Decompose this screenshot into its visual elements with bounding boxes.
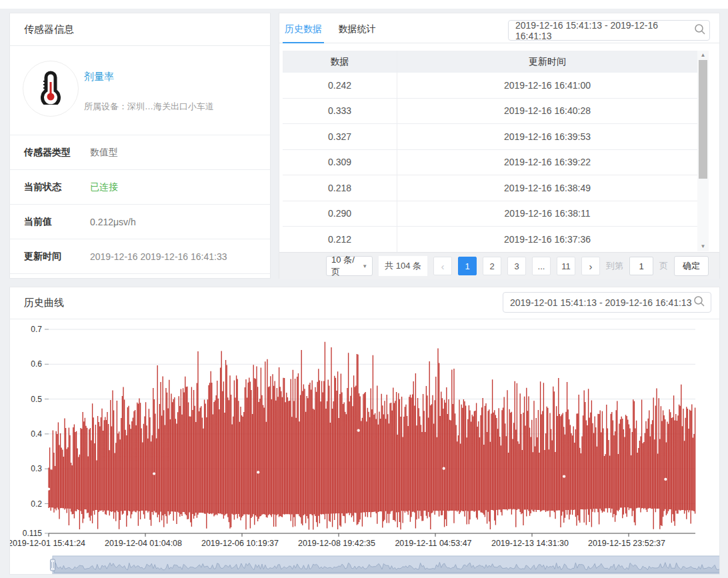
- page-button[interactable]: 3: [507, 257, 526, 275]
- data-point-marker: [257, 471, 259, 473]
- search-icon[interactable]: [693, 295, 706, 310]
- chevron-down-icon: ▼: [362, 263, 367, 269]
- curve-daterange-picker[interactable]: 2019-12-01 15:41:13 - 2019-12-16 16:41:1…: [503, 292, 711, 313]
- y-axis-label: 0.6: [31, 359, 42, 369]
- table-row[interactable]: 0.290 2019-12-16 16:38:11: [283, 201, 697, 227]
- cell-value: 0.290: [283, 201, 397, 227]
- curve-daterange-value: 2019-12-01 15:41:13 - 2019-12-16 16:41:1…: [510, 297, 691, 308]
- x-axis-label: 2019-12-01 15:41:24: [10, 539, 85, 548]
- pagination-bar: 10 条/页 ▼ 共 104 条 ‹ 123...11 › 到第 页 确定: [279, 252, 719, 279]
- sensor-field-row: 传感器类型 数值型: [10, 135, 270, 170]
- table-row[interactable]: 0.333 2019-12-16 16:40:28: [283, 99, 697, 125]
- col-header-data: 数据: [283, 51, 397, 73]
- data-point-marker: [563, 475, 565, 478]
- field-value: 2019-12-16 2019-12-16 16:41:33: [90, 251, 227, 262]
- cell-time: 2019-12-16 16:39:53: [397, 131, 697, 142]
- sensor-field-row: 当前状态 已连接: [10, 170, 270, 205]
- page-number-buttons: 123...11: [458, 257, 575, 275]
- x-axis-label: 2019-12-11 04:53:47: [395, 539, 471, 548]
- x-axis-label: 2019-12-04 01:04:08: [105, 539, 182, 548]
- table-header-row: 数据 更新时间: [283, 51, 697, 73]
- y-axis-label: 0.115: [23, 529, 42, 538]
- total-count: 共 104 条: [379, 256, 427, 276]
- field-label: 更新时间: [10, 251, 90, 263]
- y-axis-label: 0.3: [31, 464, 42, 473]
- cell-time: 2019-12-16 16:38:49: [397, 183, 697, 193]
- page-size-value: 10 条/页: [331, 254, 362, 278]
- table-row[interactable]: 0.242 2019-12-16 16:41:00: [283, 73, 697, 99]
- field-value: 数值型: [90, 147, 118, 159]
- table-scrollbar[interactable]: ▲ ▼: [697, 51, 709, 251]
- cell-value: 0.327: [283, 124, 397, 149]
- tab-data-statistics[interactable]: 数据统计: [336, 13, 377, 35]
- scroll-up-icon[interactable]: ▲: [697, 51, 709, 60]
- cell-time: 2019-12-16 16:39:22: [397, 157, 697, 167]
- history-curve-chart[interactable]: 0.70.60.50.40.30.20.1152019-12-01 15:41:…: [10, 319, 719, 574]
- y-axis-label: 0.5: [31, 395, 42, 404]
- x-axis-label: 2019-12-15 23:52:37: [588, 539, 665, 548]
- x-axis-label: 2019-12-06 10:19:37: [201, 539, 279, 548]
- goto-suffix-label: 页: [659, 260, 668, 272]
- active-tab-underline: [283, 42, 324, 43]
- y-axis-label: 0.7: [31, 325, 42, 334]
- sensor-name-link[interactable]: 剂量率: [84, 71, 114, 83]
- cell-value: 0.218: [283, 175, 397, 201]
- page-button-current[interactable]: 1: [458, 257, 477, 275]
- field-label: 传感器类型: [10, 147, 90, 159]
- next-page-button[interactable]: ›: [581, 257, 600, 275]
- sensor-fields: 传感器类型 数值型当前状态 已连接当前值 0.212μsv/h更新时间 2019…: [10, 135, 270, 274]
- table-row[interactable]: 0.212 2019-12-16 16:37:36: [283, 227, 697, 253]
- sensor-avatar: [23, 61, 79, 117]
- sensor-field-row: 更新时间 2019-12-16 2019-12-16 16:41:33: [10, 239, 270, 274]
- data-point-marker: [357, 429, 360, 432]
- cell-value: 0.333: [283, 99, 397, 124]
- history-data-table: 数据 更新时间 0.242 2019-12-16 16:41:000.333 2…: [283, 51, 697, 253]
- data-point-marker: [443, 467, 445, 470]
- series-line: [49, 342, 695, 530]
- table-daterange-picker[interactable]: 2019-12-16 15:41:13 - 2019-12-16 16:41:1…: [508, 20, 710, 41]
- data-point-marker: [47, 487, 50, 490]
- scrollbar-thumb[interactable]: [699, 60, 707, 179]
- confirm-button[interactable]: 确定: [674, 256, 709, 276]
- data-tabs: 历史数据 数据统计 2019-12-16 15:41:13 - 2019-12-…: [279, 13, 719, 43]
- field-value: 0.212μsv/h: [90, 217, 136, 227]
- page-button[interactable]: ...: [532, 257, 551, 275]
- field-value: 已连接: [90, 181, 118, 193]
- goto-prefix-label: 到第: [606, 260, 623, 272]
- cell-value: 0.212: [283, 227, 397, 252]
- data-point-marker: [153, 472, 155, 475]
- sensor-field-row: 当前值 0.212μsv/h: [10, 205, 270, 239]
- sensor-device-text: 所属设备：深圳…海关出口小车道: [84, 101, 214, 113]
- table-daterange-value: 2019-12-16 15:41:13 - 2019-12-16 16:41:1…: [515, 20, 692, 41]
- cell-time: 2019-12-16 16:40:28: [397, 105, 697, 116]
- cell-value: 0.309: [283, 150, 397, 175]
- page-button[interactable]: 11: [557, 257, 575, 275]
- cell-time: 2019-12-16 16:38:11: [397, 208, 697, 219]
- thermometer-icon: [33, 70, 68, 107]
- field-label: 当前值: [10, 216, 90, 228]
- cell-time: 2019-12-16 16:37:36: [397, 234, 697, 245]
- col-header-updated: 更新时间: [397, 56, 697, 68]
- search-icon[interactable]: [693, 23, 707, 38]
- history-curve-panel: 历史曲线 2019-12-01 15:41:13 - 2019-12-16 16…: [9, 287, 720, 575]
- prev-page-button[interactable]: ‹: [433, 257, 452, 275]
- x-axis-label: 2019-12-13 14:31:30: [491, 539, 569, 548]
- table-row[interactable]: 0.218 2019-12-16 16:38:49: [283, 175, 697, 201]
- x-axis-label: 2019-12-08 19:42:35: [298, 539, 375, 548]
- sensor-info-panel: 传感器信息 剂量率 所属设备：深圳…海关出口小车道 传感器类型 数值型当前状态 …: [9, 13, 271, 279]
- table-row[interactable]: 0.327 2019-12-16 16:39:53: [283, 124, 697, 150]
- top-strip: [0, 0, 728, 9]
- datazoom-handle[interactable]: [51, 559, 55, 571]
- data-point-marker: [664, 478, 667, 481]
- cell-value: 0.242: [283, 73, 397, 98]
- tab-history-data[interactable]: 历史数据: [283, 13, 324, 35]
- cell-time: 2019-12-16 16:41:00: [397, 80, 697, 91]
- sensor-panel-title: 传感器信息: [10, 13, 270, 46]
- y-axis-label: 0.2: [31, 499, 42, 509]
- table-body: 0.242 2019-12-16 16:41:000.333 2019-12-1…: [283, 73, 697, 253]
- page-button[interactable]: 2: [483, 257, 501, 275]
- scroll-down-icon[interactable]: ▼: [697, 242, 709, 251]
- table-row[interactable]: 0.309 2019-12-16 16:39:22: [283, 150, 697, 176]
- goto-page-input[interactable]: [629, 257, 653, 275]
- page-size-select[interactable]: 10 条/页 ▼: [326, 256, 373, 276]
